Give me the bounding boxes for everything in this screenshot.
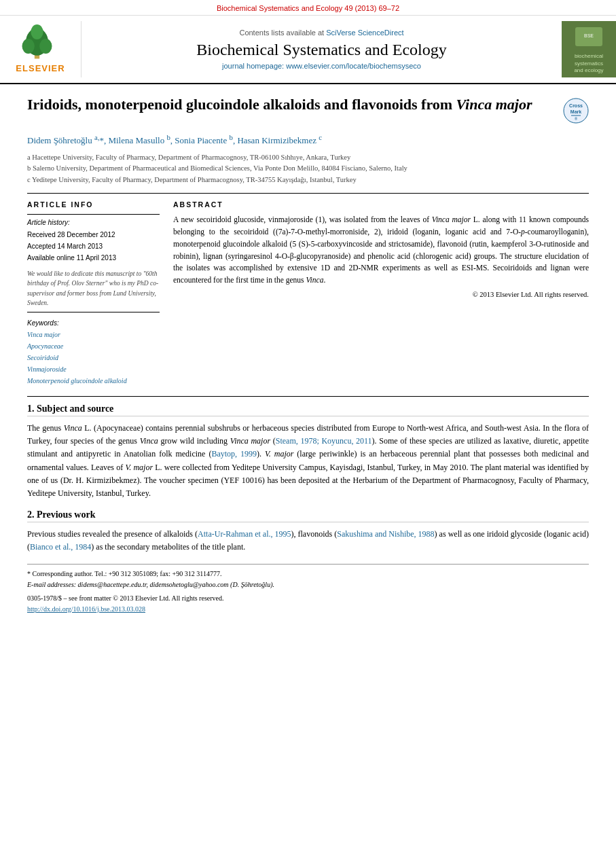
article-info-abstract-columns: ARTICLE INFO Article history: Received 2… — [27, 200, 589, 387]
contents-available-text: Contents lists available at SciVerse Sci… — [88, 29, 555, 37]
journal-logo-text: BSE biochemical systematics and ecology — [572, 24, 606, 75]
svg-point-2 — [22, 39, 34, 54]
journal-title-area: Contents lists available at SciVerse Sci… — [81, 21, 562, 77]
section-1-body: The genus Vinca L. (Apocynaceae) contain… — [27, 422, 589, 500]
section-2-heading: 2. Previous work — [27, 509, 589, 522]
journal-emblem-icon: BSE — [572, 24, 606, 51]
sciverse-link[interactable]: SciVerse ScienceDirect — [326, 29, 403, 37]
keyword-2: Apocynaceae — [27, 340, 160, 352]
author-didem: Didem Şöhretoğlu a,*, — [27, 135, 108, 145]
section-1: 1. Subject and source The genus Vinca L.… — [27, 404, 589, 500]
article-info-label: ARTICLE INFO — [27, 200, 160, 209]
keyword-3: Secoiridoid — [27, 352, 160, 363]
homepage-url: www.elsevier.com/locate/biochemsyseco — [286, 62, 421, 70]
doi-link[interactable]: http://dx.doi.org/10.1016/j.bse.2013.03.… — [27, 605, 145, 613]
section-2-body: Previous studies revealed the presence o… — [27, 528, 589, 554]
elsevier-tree-icon — [14, 24, 68, 62]
footnotes-area: * Corresponding author. Tel.: +90 312 30… — [27, 564, 589, 615]
keyword-1: Vinca major — [27, 329, 160, 340]
journal-homepage-text: journal homepage: www.elsevier.com/locat… — [88, 62, 555, 70]
issn-footnote: 0305-1978/$ – see front matter © 2013 El… — [27, 593, 589, 604]
section-2: 2. Previous work Previous studies reveal… — [27, 509, 589, 554]
elsevier-logo-area: ELSEVIER — [0, 21, 81, 77]
affiliation-c: c Yeditepe University, Faculty of Pharma… — [27, 175, 589, 186]
crossmark-badge[interactable]: Cross Mark ® — [563, 98, 589, 124]
journal-logo-right: BSE biochemical systematics and ecology — [562, 21, 616, 77]
author-sonia: Sonia Piacente b, — [175, 135, 237, 145]
keyword-5: Monoterpenoid glucoindole alkaloid — [27, 375, 160, 387]
main-content-area: Iridoids, monoterpenoid glucoindole alka… — [0, 84, 616, 628]
author-milena: Milena Masullo b, — [108, 135, 175, 145]
svg-point-4 — [31, 24, 43, 39]
svg-text:Mark: Mark — [570, 109, 581, 114]
received-date: Received 28 December 2012 — [27, 229, 160, 240]
svg-text:Cross: Cross — [569, 103, 583, 108]
abstract-column: ABSTRACT A new secoiridoid glucoside, vi… — [173, 200, 589, 387]
svg-point-3 — [39, 39, 52, 54]
keywords-label: Keywords: — [27, 319, 160, 327]
article-title-text: Iridoids, monoterpenoid glucoindole alka… — [27, 95, 563, 115]
abstract-body: A new secoiridoid glucoside, vinmajorosi… — [173, 214, 589, 287]
dedication-note: We would like to dedicate this manuscrip… — [27, 269, 160, 308]
journal-citation-banner: Biochemical Systematics and Ecology 49 (… — [0, 0, 616, 16]
journal-citation-text: Biochemical Systematics and Ecology 49 (… — [217, 4, 399, 12]
authors-line: Didem Şöhretoğlu a,*, Milena Masullo b, … — [27, 132, 589, 148]
keywords-section: Keywords: Vinca major Apocynaceae Secoir… — [27, 319, 160, 387]
history-label: Article history: — [27, 219, 160, 226]
author-hasan: Hasan Kirmizibekmez c — [237, 135, 322, 145]
journal-name-heading: Biochemical Systematics and Ecology — [88, 41, 555, 59]
keyword-4: Vinmajoroside — [27, 363, 160, 375]
elsevier-wordmark: ELSEVIER — [16, 63, 65, 73]
section-1-heading: 1. Subject and source — [27, 404, 589, 416]
section-divider — [27, 193, 589, 194]
doi-footnote: http://dx.doi.org/10.1016/j.bse.2013.03.… — [27, 604, 589, 615]
journal-header: ELSEVIER Contents lists available at Sci… — [0, 16, 616, 84]
accepted-date: Accepted 14 March 2013 — [27, 240, 160, 252]
article-info-column: ARTICLE INFO Article history: Received 2… — [27, 200, 160, 387]
abstract-label: ABSTRACT — [173, 200, 589, 209]
svg-text:BSE: BSE — [584, 33, 594, 38]
article-dates: Received 28 December 2012 Accepted 14 Ma… — [27, 229, 160, 264]
available-date: Available online 11 April 2013 — [27, 252, 160, 264]
body-divider — [27, 396, 589, 397]
article-title-block: Iridoids, monoterpenoid glucoindole alka… — [27, 95, 589, 124]
affiliation-b: b Salerno University, Department of Phar… — [27, 163, 589, 175]
article-info-box: Article history: Received 28 December 20… — [27, 214, 160, 312]
affiliations-block: a Hacettepe University, Faculty of Pharm… — [27, 152, 589, 186]
copyright-line: © 2013 Elsevier Ltd. All rights reserved… — [173, 291, 589, 298]
email-footnote: E-mail addresses: didems@hacettepe.edu.t… — [27, 579, 589, 590]
corresponding-footnote: * Corresponding author. Tel.: +90 312 30… — [27, 569, 589, 579]
affiliation-a: a Hacettepe University, Faculty of Pharm… — [27, 152, 589, 164]
svg-text:®: ® — [575, 117, 577, 121]
